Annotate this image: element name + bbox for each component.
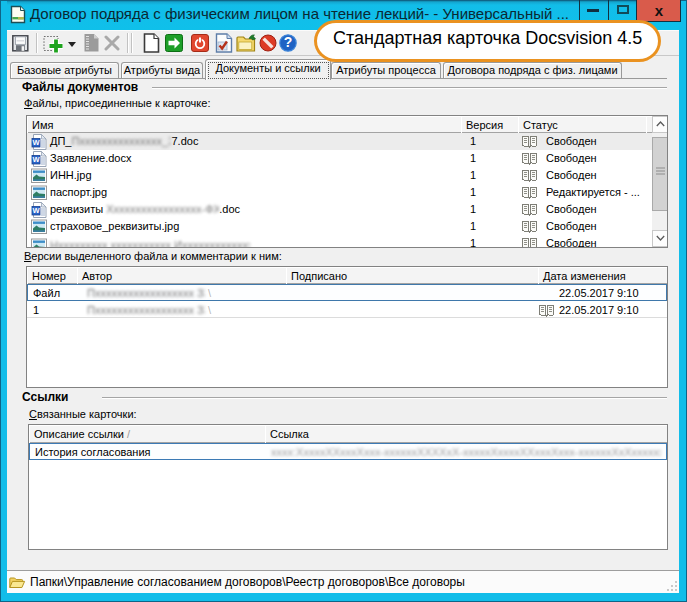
svg-text:?: ? <box>284 34 293 50</box>
